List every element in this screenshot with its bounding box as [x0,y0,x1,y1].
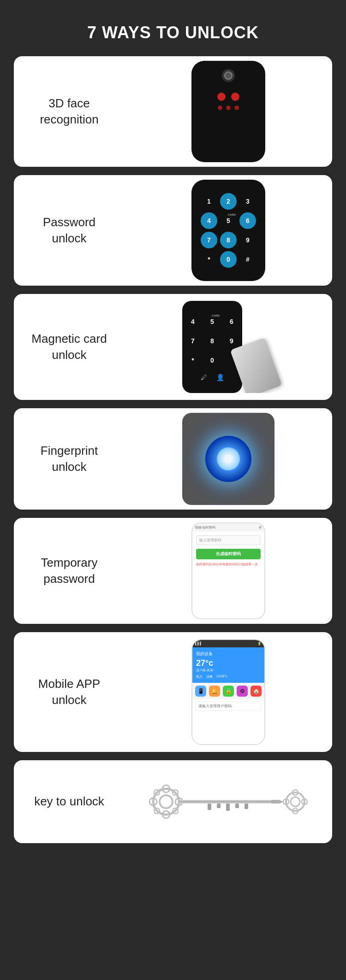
ir-dot-1 [217,93,226,101]
temp-app-phone: 锁秘-临时密码 ⚙ 输入管理密码 生成临时密码 临时密码在30分钟有效时间内只能… [191,522,265,619]
mag-icon-feather: 🖊 [201,374,207,381]
fingerprint-unlock-label: Fingerprintunlock [14,434,125,484]
temporary-password-label: Temporarypassword [14,546,125,596]
mobile-icon-3[interactable]: 🔒 [223,686,234,697]
svg-point-18 [291,797,300,806]
keypad-phone: 1 2 3 4 5CARD 6 7 8 9 * 0 # [191,180,265,281]
svg-rect-13 [226,804,230,811]
temp-app-generate-btn[interactable]: 生成临时密码 [196,549,261,559]
key-6: 6 [239,212,256,229]
card-face-recognition: 3D facerecognition [14,56,332,167]
mobile-stat-2: 凉爽 [206,675,213,679]
mobile-password-input[interactable]: 请输入管理用户密码: [195,701,262,711]
magnetic-visual: 4 5CARD 6 7 8 9 * 0 🖊 👤 [125,301,332,393]
face-bottom-dots [218,106,239,110]
magnetic-card-container: 4 5CARD 6 7 8 9 * 0 🖊 👤 [182,301,274,393]
mobile-battery-icon: 🔋 [257,642,262,646]
temp-app-title: 锁秘-临时密码 [195,525,215,530]
fingerprint-glow [205,436,251,482]
mag-bottom-icons: 🖊 👤 [201,374,224,381]
key-4: 4 [201,212,217,229]
mobile-icon-1[interactable]: 📱 [195,686,206,697]
key-svg [148,783,309,820]
key-hash: # [239,251,256,268]
face-ir-dots [217,93,239,101]
temp-app-content: 输入管理密码 生成临时密码 临时密码在30分钟有效时间内只能使用一次 [192,532,264,618]
mobile-app-topbar: ▌▌▌ 🔋 [192,640,264,647]
mobile-icons-row: 📱 🔔 🔒 ⚙ 🏠 [192,683,264,699]
mag-key-5: 5CARD [204,313,221,330]
mag-key-8: 8 [204,333,221,349]
svg-marker-16 [271,800,284,804]
password-unlock-label: Passwordunlock [14,205,125,256]
key-visual [125,779,332,825]
key-7: 7 [201,232,217,248]
mobile-temperature: 27°c [196,658,261,668]
svg-rect-15 [245,804,248,809]
bottom-dot-2 [226,106,231,110]
password-visual: 1 2 3 4 5CARD 6 7 8 9 * 0 # [125,175,332,286]
magnetic-unlock-label: Magnetic cardunlock [14,322,125,372]
mobile-icon-2[interactable]: 🔔 [209,686,220,697]
card-temporary-password: Temporarypassword 锁秘-临时密码 ⚙ 输入管理密码 生成临时密… [14,518,332,624]
mag-icon-person: 👤 [216,374,224,381]
card-mobile-app-unlock: Mobile APPunlock ▌▌▌ 🔋 我的设备 27°c 居户家-美保 … [14,632,332,752]
page-title: 7 WAYS TO UNLOCK [14,9,332,56]
mag-key-4: 4 [185,313,201,330]
mag-key-0: 0 [204,352,221,369]
temp-app-settings: ⚙ [259,526,262,529]
key-1: 1 [201,193,217,210]
fingerprint-visual [125,408,332,510]
svg-rect-12 [217,804,221,808]
temp-app-hint: 临时密码在30分钟有效时间内只能使用一次 [196,562,261,567]
card-magnetic-unlock: Magnetic cardunlock 4 5CARD 6 7 8 9 * 0 [14,294,332,400]
bottom-dot-1 [218,106,222,110]
mag-key-9: 9 [223,333,240,349]
mobile-icon-5[interactable]: 🏠 [251,686,262,697]
mobile-app-header: 我的设备 27°c 居户家-美保 凤力 凉爽 22/28°c [192,647,264,683]
svg-rect-11 [208,804,211,810]
mag-key-7: 7 [185,333,201,349]
key-9: 9 [239,232,256,248]
mobile-app-unlock-label: Mobile APPunlock [14,667,125,717]
face-recognition-visual [125,56,332,167]
key-2: 2 [220,193,237,210]
mag-keypad-grid: 4 5CARD 6 7 8 9 * 0 [185,313,240,369]
mag-key-star: * [185,352,201,369]
key-visual-container [125,779,332,825]
camera-icon [222,69,235,82]
bottom-dot-3 [234,106,239,110]
svg-rect-14 [235,804,239,808]
key-unlock-label: key to unlock [14,784,125,819]
key-0: 0 [220,251,237,268]
ir-dot-2 [231,93,239,101]
mobile-stat-1: 凤力 [196,675,203,679]
card-fingerprint-unlock: Fingerprintunlock [14,408,332,510]
mobile-date: 22/28°c [216,675,227,679]
key-5: 5CARD [220,212,237,229]
fingerprint-phone [182,413,274,505]
key-star: * [201,251,217,268]
svg-rect-10 [179,800,271,804]
mobile-device-title: 我的设备 [196,651,261,657]
mobile-location: 居户家-美保 [196,668,261,673]
temp-app-input: 输入管理密码 [196,535,261,545]
fingerprint-inner [217,447,240,470]
svg-point-1 [160,795,173,808]
mobile-icon-4[interactable]: ⚙ [237,686,248,697]
keypad-grid: 1 2 3 4 5CARD 6 7 8 9 * 0 # [201,193,256,268]
mag-keypad: 4 5CARD 6 7 8 9 * 0 🖊 👤 [182,301,242,393]
mobile-signal-icon: ▌▌▌ [195,642,202,646]
temp-app-topbar: 锁秘-临时密码 ⚙ [192,523,264,532]
mobile-stats: 凤力 凉爽 22/28°c [196,675,261,679]
mobile-app-phone: ▌▌▌ 🔋 我的设备 27°c 居户家-美保 凤力 凉爽 22/28°c 📱 🔔… [191,639,265,745]
mag-key-6: 6 [223,313,240,330]
face-recognition-label: 3D facerecognition [14,86,125,137]
card-password-unlock: Passwordunlock 1 2 3 4 5CARD 6 7 8 9 * 0… [14,175,332,286]
temporary-visual: 锁秘-临时密码 ⚙ 输入管理密码 生成临时密码 临时密码在30分钟有效时间内只能… [125,518,332,624]
card-key-unlock: key to unlock [14,760,332,843]
mobile-app-visual: ▌▌▌ 🔋 我的设备 27°c 居户家-美保 凤力 凉爽 22/28°c 📱 🔔… [125,634,332,750]
key-3: 3 [239,193,256,210]
face-phone [191,61,265,162]
key-8: 8 [220,232,237,248]
